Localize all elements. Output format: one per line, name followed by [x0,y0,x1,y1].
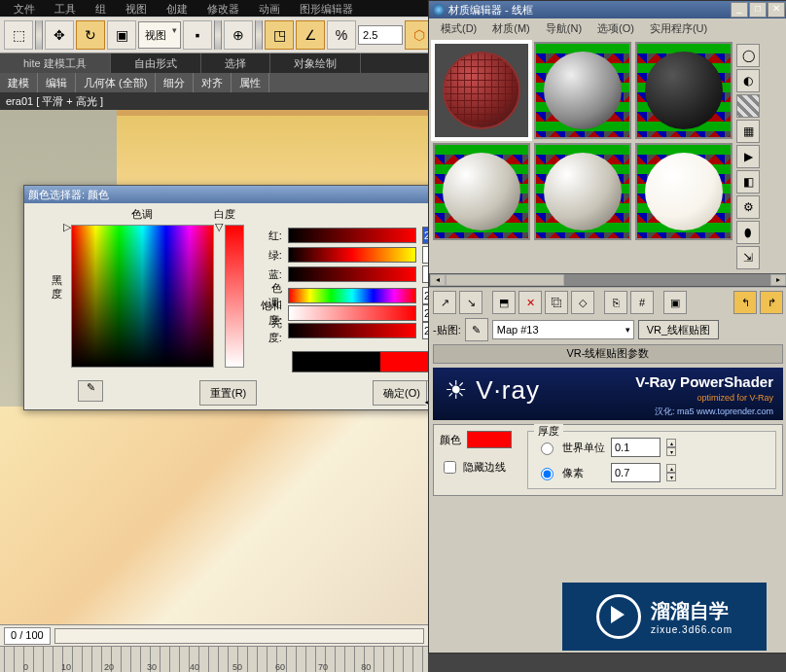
scale-button[interactable]: ▣ [107,20,136,50]
sat-slider[interactable] [288,305,416,321]
green-slider[interactable] [288,247,416,263]
mat-id-icon[interactable]: # [630,291,654,314]
menu-animation[interactable]: 动画 [249,0,290,17]
subtab-edit[interactable]: 编辑 [38,73,76,92]
material-slot-4[interactable] [433,143,530,240]
menu-mode[interactable]: 模式(D) [433,18,484,38]
menu-tool[interactable]: 工具 [45,0,86,17]
menu-material[interactable]: 材质(M) [484,18,538,38]
background-icon[interactable] [736,94,760,118]
manip-button[interactable]: ⊕ [224,20,253,50]
subtab-geom[interactable]: 几何体 (全部) [76,73,156,92]
tab-selection[interactable]: 选择 [201,53,270,73]
mat-map-nav-icon[interactable]: ⇲ [736,246,760,269]
put-to-scene-icon[interactable]: ↘ [459,291,482,314]
close-icon[interactable]: ✕ [768,2,785,18]
menu-file[interactable]: 文件 [4,0,45,17]
subtab-model[interactable]: 建模 [0,73,38,92]
wire-color-swatch[interactable] [467,431,512,448]
assign-to-sel-icon[interactable]: ⬒ [492,291,516,314]
map-name-dropdown[interactable]: Map #13 [492,320,634,339]
scroll-thumb[interactable] [446,274,564,286]
menu-utilities[interactable]: 实用程序(U) [642,18,715,38]
spinner-icon[interactable]: ▴▾ [666,464,676,481]
ok-button[interactable]: 确定(O) [373,380,431,406]
menu-create[interactable]: 创建 [157,0,197,17]
move-button[interactable]: ✥ [45,20,74,50]
backlight-icon[interactable]: ◐ [736,69,760,92]
tab-objectpaint[interactable]: 对象绘制 [270,53,361,73]
go-sibling-icon[interactable]: ↱ [760,291,783,314]
make-preview-icon[interactable]: ◧ [736,170,760,194]
video-check-icon[interactable]: ▶ [736,145,760,168]
menu-view[interactable]: 视图 [116,0,157,17]
rotate-button[interactable]: ↻ [76,20,105,50]
blue-slider[interactable] [288,266,416,282]
maximize-icon[interactable]: □ [749,2,767,18]
dialog-titlebar[interactable]: 颜色选择器: 颜色 ✕ [24,186,464,203]
sample-type-icon[interactable]: ◯ [736,44,760,67]
subtab-props[interactable]: 属性 [232,73,269,92]
menu-graph-editors[interactable]: 图形编辑器 [290,0,363,17]
hue-marker[interactable]: ▷ [63,221,71,233]
subtab-align[interactable]: 对齐 [194,73,232,92]
percent-snap-toggle[interactable]: % [327,20,356,50]
go-parent-icon[interactable]: ↰ [733,291,757,314]
rollout-header[interactable]: VR-线框贴图参数 [433,344,783,364]
minimize-icon[interactable]: _ [731,2,748,18]
red-slider[interactable] [288,228,416,243]
pick-map-icon[interactable]: ✎ [465,318,488,341]
put-to-lib-icon[interactable]: ⎘ [604,291,627,314]
snap-value[interactable]: 2.5 [358,25,403,45]
whiteness-strip[interactable] [225,225,244,368]
spinner-icon[interactable]: ▴▾ [666,439,676,456]
select-region-button[interactable]: ⬚ [4,20,33,50]
show-in-vp-icon[interactable]: ▣ [663,291,687,314]
white-marker[interactable]: ▽ [215,221,223,233]
make-copy-icon[interactable]: ⿻ [545,291,568,314]
material-slot-1[interactable] [433,42,530,139]
angle-snap-toggle[interactable]: ∠ [296,20,325,50]
material-slot-5[interactable] [534,143,631,240]
world-unit-radio[interactable] [541,442,554,455]
mated-titlebar[interactable]: 材质编辑器 - 线框 _ □ ✕ [429,1,786,18]
old-color[interactable] [293,352,380,371]
tab-modeling[interactable]: hite 建模工具 [0,53,111,73]
subtab-subdiv[interactable]: 细分 [156,73,194,92]
pixel-unit-value[interactable] [611,463,661,482]
sample-uv-icon[interactable]: ▦ [736,120,760,143]
material-slot-2[interactable] [534,42,631,139]
eyedropper-icon[interactable]: ✎ [78,380,103,402]
scroll-right-icon[interactable]: ▸ [770,274,786,286]
pixel-unit-radio[interactable] [541,468,554,480]
hide-edges-checkbox[interactable] [444,461,456,474]
world-unit-value[interactable] [611,438,661,457]
menu-modifiers[interactable]: 修改器 [197,0,249,17]
frame-display[interactable]: 0 / 100 [4,627,51,645]
material-slot-6[interactable] [635,143,732,240]
time-slider[interactable] [54,628,424,644]
material-slot-3[interactable] [635,42,732,139]
menu-group[interactable]: 组 [86,0,116,17]
pivot-button[interactable]: ▪ [183,20,212,50]
ref-coord-dropdown[interactable]: 视图 [138,21,181,49]
make-unique-icon[interactable]: ◇ [571,291,594,314]
time-ruler[interactable]: 0 10 20 30 40 50 60 70 80 [0,646,428,672]
val-slider[interactable] [288,323,416,338]
slot-scrollbar[interactable]: ◂ ▸ [429,273,786,287]
menu-navigate[interactable]: 导航(N) [538,18,590,38]
get-material-icon[interactable]: ↗ [433,291,456,314]
hue-field[interactable] [71,225,214,368]
snap-toggle[interactable]: ◳ [265,20,294,50]
timeline[interactable]: 0 / 100 [0,624,428,647]
tab-freeform[interactable]: 自由形式 [111,53,201,73]
map-type-button[interactable]: VR_线框贴图 [638,320,719,339]
hue-slider[interactable] [288,288,416,303]
scroll-left-icon[interactable]: ◂ [430,274,446,286]
menu-options[interactable]: 选项(O) [590,18,642,38]
reset-map-icon[interactable]: ✕ [518,291,542,314]
select-by-mat-icon[interactable]: ⬮ [736,221,760,244]
options-icon[interactable]: ⚙ [736,195,760,219]
reset-button[interactable]: 重置(R) [199,380,257,406]
tick: 40 [190,662,199,672]
